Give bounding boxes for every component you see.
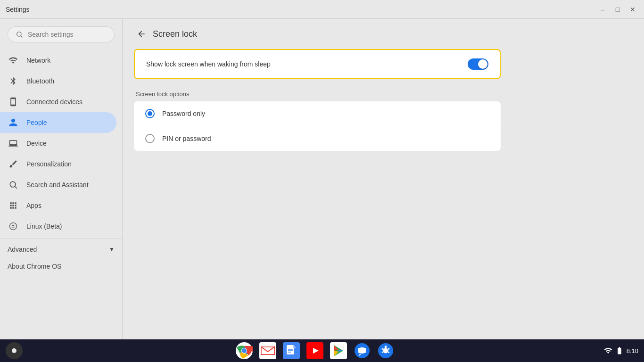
taskbar-app-play[interactable]	[329, 341, 348, 361]
sidebar-item-personalization-label: Personalization	[26, 160, 72, 168]
sidebar-item-apps[interactable]: Apps	[0, 195, 116, 216]
maximize-button[interactable]: □	[612, 4, 623, 15]
sidebar-item-apps-label: Apps	[26, 202, 41, 209]
close-button[interactable]: ✕	[627, 4, 638, 15]
linux-icon	[8, 221, 19, 232]
sidebar-item-people[interactable]: People	[0, 112, 116, 133]
search-icon	[16, 31, 23, 38]
sidebar-item-search-assistant-label: Search and Assistant	[26, 181, 89, 189]
svg-line-1	[21, 36, 22, 37]
settings-window: Settings – □ ✕	[0, 0, 644, 339]
option-row-password-only[interactable]: Password only	[134, 101, 501, 126]
taskbar-app-settings[interactable]	[376, 341, 396, 361]
taskbar-left	[6, 342, 26, 359]
laptop-icon	[8, 138, 19, 149]
taskbar-app-youtube[interactable]	[305, 341, 325, 361]
radio-password-only[interactable]	[145, 109, 155, 118]
taskbar-app-messages[interactable]	[352, 341, 372, 361]
sidebar-item-device[interactable]: Device	[0, 133, 116, 154]
sidebar-item-personalization[interactable]: Personalization	[0, 154, 116, 174]
advanced-label: Advanced	[8, 246, 37, 253]
lock-screen-toggle[interactable]	[468, 58, 488, 70]
lock-options-container: Password only PIN or password	[134, 101, 501, 151]
sidebar-item-linux-label: Linux (Beta)	[26, 222, 62, 230]
status-area[interactable]: 8:10	[604, 346, 638, 355]
sidebar-item-device-label: Device	[26, 140, 47, 147]
toggle-label: Show lock screen when waking from sleep	[146, 60, 271, 68]
sidebar-item-about-label: About Chrome OS	[8, 263, 61, 270]
search-input[interactable]	[28, 31, 107, 38]
sidebar: Network Bluetooth Connected device	[0, 19, 123, 339]
svg-point-26	[383, 348, 388, 353]
taskbar: 8:10	[0, 339, 644, 362]
sidebar-item-people-label: People	[26, 119, 47, 126]
page-title: Screen lock	[153, 29, 197, 39]
window-title: Settings	[6, 6, 30, 13]
section-title: Screen lock options	[134, 90, 501, 98]
wifi-icon	[8, 55, 19, 66]
svg-rect-13	[287, 345, 294, 354]
back-button[interactable]	[134, 26, 149, 41]
content-area: Screen lock Show lock screen when waking…	[123, 19, 512, 339]
search-bar[interactable]	[8, 26, 115, 42]
svg-point-9	[242, 348, 247, 353]
sidebar-item-advanced[interactable]: Advanced ▼	[0, 241, 122, 258]
taskbar-app-gmail[interactable]	[258, 341, 278, 361]
wifi-status-icon	[604, 346, 612, 355]
brush-icon	[8, 158, 19, 170]
minimize-button[interactable]: –	[597, 4, 608, 15]
toggle-row: Show lock screen when waking from sleep	[134, 49, 501, 79]
sidebar-item-connected-devices[interactable]: Connected devices	[0, 91, 116, 112]
main-container: Network Bluetooth Connected device	[0, 19, 644, 339]
taskbar-right: 8:10	[604, 346, 638, 355]
battery-icon	[615, 346, 624, 355]
content-body: Show lock screen when waking from sleep …	[123, 49, 512, 339]
launcher-icon	[12, 348, 17, 353]
launcher-button[interactable]	[6, 342, 23, 359]
right-panel	[512, 19, 644, 339]
sidebar-item-bluetooth-label: Bluetooth	[26, 77, 54, 85]
svg-line-3	[15, 187, 17, 189]
option-row-pin-or-password[interactable]: PIN or password	[134, 126, 501, 151]
window-controls: – □ ✕	[597, 4, 638, 15]
taskbar-app-docs[interactable]	[281, 341, 301, 361]
bluetooth-icon	[8, 75, 19, 87]
apps-icon	[8, 200, 19, 211]
option-label-pin-or-password: PIN or password	[162, 135, 211, 142]
sidebar-item-linux[interactable]: Linux (Beta)	[0, 216, 116, 237]
time-display: 8:10	[627, 347, 638, 354]
person-icon	[8, 117, 19, 128]
sidebar-item-search-assistant[interactable]: Search and Assistant	[0, 174, 116, 195]
sidebar-item-connected-devices-label: Connected devices	[26, 98, 83, 106]
radio-pin-or-password[interactable]	[145, 134, 155, 143]
sidebar-divider	[0, 239, 122, 239]
taskbar-apps	[26, 341, 604, 361]
devices-icon	[8, 96, 19, 107]
option-label-password-only: Password only	[162, 110, 205, 117]
content-header: Screen lock	[123, 19, 512, 49]
sidebar-item-about[interactable]: About Chrome OS	[0, 258, 116, 275]
sidebar-item-bluetooth[interactable]: Bluetooth	[0, 71, 116, 91]
sidebar-item-network-label: Network	[26, 57, 50, 64]
taskbar-app-chrome[interactable]	[234, 341, 254, 361]
chevron-down-icon: ▼	[109, 246, 115, 253]
sidebar-item-network[interactable]: Network	[0, 50, 116, 71]
search-assistant-icon	[8, 179, 19, 190]
titlebar: Settings – □ ✕	[0, 0, 644, 19]
